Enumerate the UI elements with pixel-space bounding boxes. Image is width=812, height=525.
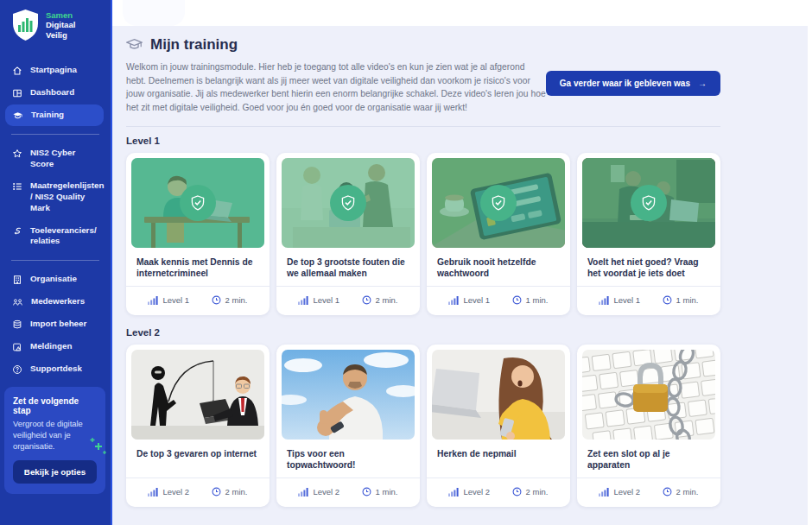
sidebar-item-dashboard[interactable]: Dashboard <box>5 82 104 104</box>
level-indicator: Level 2 <box>599 487 640 497</box>
level-2-card-grid: De top 3 gevaren op internet Level 2 2 m… <box>126 345 720 507</box>
training-card[interactable]: Tips voor een topwachtwoord! Level 2 1 m… <box>276 345 420 507</box>
video-thumbnail-cartoon-man-at-desk <box>131 158 264 248</box>
level-indicator: Level 2 <box>148 487 189 497</box>
video-thumbnail-phishing-cartoon <box>131 350 264 440</box>
card-footer: Level 1 2 min. <box>126 286 270 315</box>
relations-icon <box>12 226 22 237</box>
duration-indicator: 1 min. <box>663 295 699 305</box>
card-footer: Level 1 1 min. <box>577 286 720 315</box>
sidebar-item-toeleveranciers[interactable]: Toeleveranciers/ relaties <box>5 220 104 252</box>
training-card[interactable]: Herken de nepmail Level 2 2 min. <box>427 345 570 507</box>
sidebar-item-startpagina[interactable]: Startpagina <box>5 60 104 81</box>
video-title: Herken de nepmail <box>427 440 570 478</box>
sidebar-item-training[interactable]: Training <box>5 104 104 126</box>
video-title: Voelt het niet goed? Vraag het voordat j… <box>577 248 720 286</box>
clock-icon <box>212 487 221 497</box>
home-icon <box>12 66 22 76</box>
clock-icon <box>663 295 672 305</box>
page-header: Mijn training Welkom in jouw trainingsmo… <box>126 36 720 115</box>
promo-title: Zet de volgende stap <box>13 396 97 415</box>
signal-bars-icon <box>148 295 158 305</box>
signal-bars-icon <box>298 295 308 305</box>
video-title: Tips voor een topwachtwoord! <box>276 440 420 478</box>
clock-icon <box>663 487 672 497</box>
promo-text: Vergroot de digitale veiligheid van je o… <box>13 418 87 452</box>
brand-text: Samen Digitaal Veilig <box>46 10 75 40</box>
card-footer: Level 2 2 min. <box>577 478 720 507</box>
topbar <box>112 0 812 26</box>
duration-indicator: 2 min. <box>663 487 699 497</box>
video-thumbnail-colleagues-around-laptop <box>282 158 415 248</box>
signal-bars-icon <box>599 487 609 497</box>
video-title: Gebruik nooit hetzelfde wachtwoord <box>427 248 570 286</box>
main-area: Mijn training Welkom in jouw trainingsmo… <box>112 0 812 525</box>
level-indicator: Level 2 <box>448 487 490 497</box>
dashboard-icon <box>12 88 22 98</box>
database-icon <box>12 319 22 330</box>
clock-icon <box>512 295 522 305</box>
sidebar-item-import-beheer[interactable]: Import beheer <box>5 313 104 335</box>
sidebar-item-nis2-cyber-score[interactable]: NIS2 Cyber Score <box>5 142 104 174</box>
sidebar-nav: Startpagina Dashboard Training NIS2 Cybe… <box>0 59 111 381</box>
topbar-tab <box>123 0 185 26</box>
duration-indicator: 2 min. <box>212 295 248 305</box>
sidebar-item-supportdesk[interactable]: Supportdesk <box>5 358 104 380</box>
card-footer: Level 2 2 min. <box>427 478 570 507</box>
star-icon <box>12 149 22 159</box>
shield-check-icon <box>490 194 507 212</box>
sidebar-item-organisatie[interactable]: Organisatie <box>5 269 104 290</box>
card-footer: Level 2 2 min. <box>126 478 270 507</box>
level-indicator: Level 1 <box>448 295 490 305</box>
shield-check-icon <box>189 194 206 212</box>
clock-icon <box>512 487 522 497</box>
training-card[interactable]: Gebruik nooit hetzelfde wachtwoord Level… <box>427 153 570 315</box>
video-thumbnail-man-thumbs-up-sky <box>282 350 415 440</box>
checklist-icon <box>12 181 22 192</box>
duration-indicator: 2 min. <box>362 295 398 305</box>
duration-indicator: 2 min. <box>512 487 549 497</box>
graduation-cap-icon <box>126 38 143 52</box>
training-card[interactable]: Zet een slot op al je apparaten Level 2 … <box>577 345 720 507</box>
clock-icon <box>362 295 371 305</box>
view-options-button[interactable]: Bekijk je opties <box>13 460 97 484</box>
signal-bars-icon <box>599 295 609 305</box>
people-icon <box>12 297 23 307</box>
page-title: Mijn training <box>150 36 238 54</box>
card-footer: Level 1 2 min. <box>276 286 420 315</box>
completed-badge <box>131 158 264 248</box>
section-divider <box>126 126 720 127</box>
content: Mijn training Welkom in jouw trainingsmo… <box>112 26 812 525</box>
sidebar: Samen Digitaal Veilig Startpagina Dashbo… <box>0 0 112 525</box>
signal-bars-icon <box>448 487 459 497</box>
training-card[interactable]: Voelt het niet goed? Vraag het voordat j… <box>577 153 720 315</box>
training-card[interactable]: De top 3 gevaren op internet Level 2 2 m… <box>126 345 270 507</box>
duration-indicator: 2 min. <box>212 487 248 497</box>
video-title: De top 3 gevaren op internet <box>126 440 270 478</box>
video-title: Maak kennis met Dennis de internetcrimin… <box>126 248 270 286</box>
sidebar-item-medewerkers[interactable]: Medewerkers <box>5 291 104 313</box>
sparkles-icon <box>89 436 108 457</box>
training-card[interactable]: Maak kennis met Dennis de internetcrimin… <box>126 153 270 315</box>
sidebar-divider <box>11 260 99 261</box>
completed-badge <box>282 158 415 248</box>
continue-button[interactable]: Ga verder waar ik gebleven was → <box>546 71 720 96</box>
scrollbar[interactable] <box>808 26 812 525</box>
card-footer: Level 1 1 min. <box>427 286 570 315</box>
video-thumbnail-tablet-login-padlock <box>432 158 565 248</box>
graduation-cap-icon <box>12 111 23 121</box>
alert-icon <box>12 342 22 352</box>
clock-icon <box>362 487 371 497</box>
sidebar-item-meldingen[interactable]: Meldingen <box>5 336 104 357</box>
signal-bars-icon <box>298 487 308 497</box>
shield-check-icon <box>640 194 657 212</box>
building-icon <box>12 275 22 285</box>
signal-bars-icon <box>148 487 158 497</box>
card-footer: Level 2 1 min. <box>276 478 420 507</box>
app-logo: Samen Digitaal Veilig <box>0 0 111 50</box>
sidebar-item-maatregelenlijsten[interactable]: Maatregelenlijsten / NIS2 Quality Mark <box>5 175 104 218</box>
training-card[interactable]: De top 3 grootste fouten die we allemaal… <box>276 153 420 315</box>
signal-bars-icon <box>448 295 459 305</box>
shield-bars-logo-icon <box>11 9 40 41</box>
level-indicator: Level 1 <box>599 295 640 305</box>
